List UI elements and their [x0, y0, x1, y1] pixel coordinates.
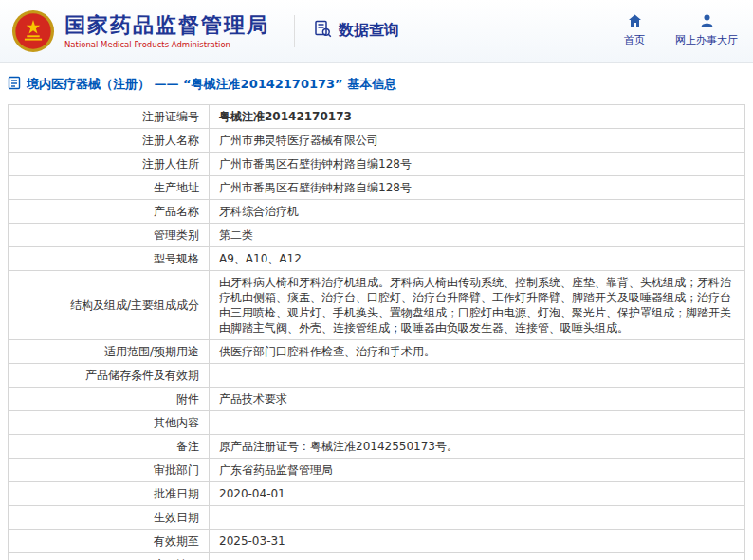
national-emblem-icon	[11, 9, 55, 53]
person-icon	[700, 14, 714, 30]
field-label: 有效期至	[9, 530, 210, 553]
field-value: 2020-04-01	[210, 482, 745, 506]
agency-name-en: National Medical Products Administration	[64, 40, 269, 49]
field-value: 由牙科病人椅和牙科治疗机组成。牙科病人椅由传动系统、控制系统、座垫、靠背、头枕组…	[210, 271, 745, 340]
table-row: 结构及组成/主要组成成分由牙科病人椅和牙科治疗机组成。牙科病人椅由传动系统、控制…	[9, 271, 745, 340]
field-label: 批准日期	[9, 482, 210, 506]
table-row: 注册人住所广州市番禺区石壁街钟村路自编128号	[9, 153, 745, 176]
field-value: 广州市弗灵特医疗器械有限公司	[210, 129, 745, 153]
field-value: 2025-03-31	[210, 530, 745, 553]
table-row: 其他内容	[9, 411, 745, 435]
field-value: 牙科综合治疗机	[210, 200, 745, 224]
table-row: 审批部门广东省药品监督管理局	[9, 459, 745, 482]
table-row: 生产地址广州市番禺区石壁街钟村路自编128号	[9, 176, 745, 200]
site-header: 国家药品监督管理局 National Medical Products Admi…	[0, 0, 753, 63]
field-value	[210, 506, 745, 530]
table-row: 有效期至2025-03-31	[9, 530, 745, 553]
field-value: 粤械注准20142170173	[210, 105, 745, 129]
field-value	[210, 553, 745, 560]
home-icon	[628, 14, 642, 30]
field-label: 管理类别	[9, 224, 210, 247]
table-row: 注册人名称广州市弗灵特医疗器械有限公司	[9, 129, 745, 153]
field-label: 审批部门	[9, 459, 210, 482]
field-label: 型号规格	[9, 247, 210, 271]
field-label: 适用范围/预期用途	[9, 340, 210, 364]
table-row: 管理类别第二类	[9, 224, 745, 247]
field-label: 产品储存条件及有效期	[9, 364, 210, 388]
field-value: 广州市番禺区石壁街钟村路自编128号	[210, 153, 745, 176]
page-title: 境内医疗器械（注册） —— “粤械注准20142170173” 基本信息	[0, 63, 753, 102]
data-query-icon	[314, 20, 332, 42]
table-row: 产品储存条件及有效期	[9, 364, 745, 388]
agency-name-cn: 国家药品监督管理局	[64, 13, 269, 38]
field-label: 注册人名称	[9, 129, 210, 153]
field-value	[210, 411, 745, 435]
field-label: 结构及组成/主要组成成分	[9, 271, 210, 340]
table-row: 型号规格A9、A10、A12	[9, 247, 745, 271]
field-value: 产品技术要求	[210, 388, 745, 411]
data-query-nav[interactable]: 数据查询	[314, 20, 399, 42]
document-icon	[8, 76, 21, 93]
field-label: 备注	[9, 435, 210, 459]
table-row: 生效日期	[9, 506, 745, 530]
agency-title-block: 国家药品监督管理局 National Medical Products Admi…	[64, 13, 269, 49]
field-value: 广东省药品监督管理局	[210, 459, 745, 482]
field-label: 生效日期	[9, 506, 210, 530]
field-label: 其他内容	[9, 411, 210, 435]
field-value	[210, 364, 745, 388]
field-label: 生产地址	[9, 176, 210, 200]
header-divider	[294, 15, 295, 47]
field-label: 变更情况	[9, 553, 210, 560]
online-hall-nav[interactable]: 网上办事大厅	[675, 14, 738, 47]
field-label: 产品名称	[9, 200, 210, 224]
table-row: 附件产品技术要求	[9, 388, 745, 411]
table-row: 适用范围/预期用途供医疗部门口腔科作检查、治疗和手术用。	[9, 340, 745, 364]
field-label: 注册证编号	[9, 105, 210, 129]
page-title-text: 境内医疗器械（注册） —— “粤械注准20142170173” 基本信息	[27, 76, 396, 93]
online-hall-label: 网上办事大厅	[675, 33, 738, 47]
data-query-label: 数据查询	[339, 21, 399, 41]
table-row: 批准日期2020-04-01	[9, 482, 745, 506]
field-value: A9、A10、A12	[210, 247, 745, 271]
field-value: 广州市番禺区石壁街钟村路自编128号	[210, 176, 745, 200]
field-label: 注册人住所	[9, 153, 210, 176]
table-row: 变更情况	[9, 553, 745, 560]
table-row: 产品名称牙科综合治疗机	[9, 200, 745, 224]
field-label: 附件	[9, 388, 210, 411]
field-value: 第二类	[210, 224, 745, 247]
info-table-body: 注册证编号粤械注准20142170173注册人名称广州市弗灵特医疗器械有限公司注…	[9, 105, 745, 560]
table-row: 注册证编号粤械注准20142170173	[9, 105, 745, 129]
field-value: 供医疗部门口腔科作检查、治疗和手术用。	[210, 340, 745, 364]
home-label: 首页	[624, 33, 645, 47]
home-nav[interactable]: 首页	[624, 14, 645, 47]
field-value: 原产品注册证号：粤械注准20142550173号。	[210, 435, 745, 459]
table-row: 备注原产品注册证号：粤械注准20142550173号。	[9, 435, 745, 459]
registration-info-table: 注册证编号粤械注准20142170173注册人名称广州市弗灵特医疗器械有限公司注…	[8, 104, 745, 560]
